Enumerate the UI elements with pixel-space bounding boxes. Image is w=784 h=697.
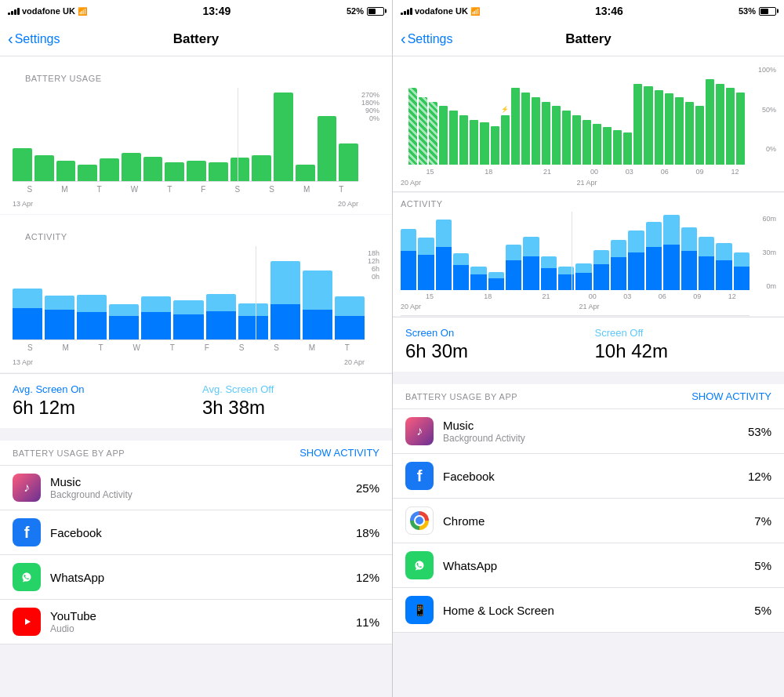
bar xyxy=(143,157,163,181)
right-status-left: vodafone UK 📶 xyxy=(401,6,480,16)
left-wifi-icon: 📶 xyxy=(78,7,87,16)
act-bar xyxy=(716,212,731,290)
left-activity-bars xyxy=(13,246,365,339)
youtube-icon xyxy=(13,608,41,636)
act-bar xyxy=(141,296,171,339)
left-show-activity-button[interactable]: SHOW ACTIVITY xyxy=(299,447,379,459)
bar xyxy=(230,158,250,181)
app-name: WhatsApp xyxy=(50,571,347,584)
left-battery-usage-label: BATTERY USAGE xyxy=(13,64,379,88)
list-item: ♪ Music Background Activity 25% xyxy=(0,466,392,510)
right-stats-row: Screen On 6h 30m Screen Off 10h 42m xyxy=(393,317,784,372)
home-lock-icon: 📱 xyxy=(405,596,434,624)
app-pct: 7% xyxy=(754,514,771,528)
right-back-label[interactable]: Settings xyxy=(408,32,453,46)
app-pct: 25% xyxy=(356,481,379,495)
whatsapp-icon xyxy=(405,551,434,579)
right-back-button[interactable]: ‹ Settings xyxy=(401,30,452,48)
right-battery-bars xyxy=(408,74,745,165)
bar xyxy=(78,165,97,181)
signal-bar-1 xyxy=(8,13,10,15)
left-screen-on-stat: Avg. Screen On 6h 12m xyxy=(13,383,190,419)
right-show-activity-button[interactable]: SHOW ACTIVITY xyxy=(691,390,771,402)
right-screen-off-label: Screen Off xyxy=(595,327,772,339)
left-act-x-labels: S M T W T F S S M T xyxy=(13,340,365,358)
app-pct: 5% xyxy=(754,559,771,572)
list-item: ♪ Music Background Activity 53% xyxy=(393,409,784,454)
app-name: Music xyxy=(50,475,347,488)
app-info: WhatsApp xyxy=(50,571,347,584)
left-page-title: Battery xyxy=(173,31,220,47)
act-bar xyxy=(488,212,504,290)
left-screen-off-value: 3h 38m xyxy=(202,397,379,419)
left-screen-off-label: Avg. Screen Off xyxy=(202,383,379,395)
left-screen-off-stat: Avg. Screen Off 3h 38m xyxy=(202,383,379,419)
act-bar xyxy=(45,296,74,339)
right-chevron-icon: ‹ xyxy=(401,30,406,48)
right-status-bar: vodafone UK 📶 13:46 53% xyxy=(393,0,784,22)
signal-bar-4 xyxy=(410,8,412,15)
right-signal xyxy=(401,8,412,15)
act-bar xyxy=(593,212,609,290)
act-bar xyxy=(453,212,469,290)
chart-divider-2 xyxy=(256,246,256,339)
app-pct: 12% xyxy=(356,571,379,584)
act-bar xyxy=(699,212,714,290)
left-battery-icon xyxy=(367,7,384,16)
left-battery-fill xyxy=(368,9,376,14)
act-bar xyxy=(663,212,679,290)
act-bar xyxy=(109,304,139,339)
bar xyxy=(122,153,141,181)
bar xyxy=(34,155,54,181)
list-item: Chrome 7% xyxy=(393,499,784,543)
bar xyxy=(252,155,271,181)
bar xyxy=(339,143,358,181)
app-info: YouTube Audio xyxy=(50,609,347,634)
right-act-x-labels: 15 18 21 00 03 06 09 12 xyxy=(401,290,750,303)
list-item: 📱 Home & Lock Screen 5% xyxy=(393,588,784,633)
right-content: 100% 50% 0% 15 18 21 00 03 06 09 12 xyxy=(393,56,784,697)
right-screen-off-stat: Screen Off 10h 42m xyxy=(595,327,772,362)
signal-bar-3 xyxy=(407,9,409,15)
bar xyxy=(56,161,76,181)
left-stats-row: Avg. Screen On 6h 12m Avg. Screen Off 3h… xyxy=(0,373,392,428)
left-back-button[interactable]: ‹ Settings xyxy=(8,30,60,48)
act-bar xyxy=(401,212,416,290)
act-bar xyxy=(173,300,203,339)
bar xyxy=(187,161,206,181)
act-bar xyxy=(541,212,557,290)
list-item: f Facebook 18% xyxy=(0,510,392,555)
left-battery-bars xyxy=(13,88,358,181)
right-battery-x-labels: 15 18 21 00 03 06 09 12 xyxy=(393,165,784,179)
right-battery-icon xyxy=(759,7,776,16)
right-act-y-labels: 60m 30m 0m xyxy=(753,212,776,290)
app-name: Facebook xyxy=(443,470,739,483)
act-bar xyxy=(506,212,521,290)
right-activity-container: ACTIVITY xyxy=(393,193,784,316)
chrome-icon xyxy=(405,506,434,535)
bar xyxy=(100,158,119,181)
app-sub: Background Activity xyxy=(443,433,739,444)
left-back-label[interactable]: Settings xyxy=(15,32,60,46)
left-app-list: ♪ Music Background Activity 25% f Facebo… xyxy=(0,466,392,644)
left-content: BATTERY USAGE xyxy=(0,56,392,697)
app-name: YouTube xyxy=(50,609,347,623)
act-bar xyxy=(436,212,452,290)
list-item: WhatsApp 12% xyxy=(0,555,392,600)
bar xyxy=(13,148,32,181)
right-battery-date-labels: 20 Apr 21 Apr xyxy=(393,179,784,192)
left-battery-y-labels: 270% 180% 90% 0% xyxy=(358,88,379,124)
app-pct: 5% xyxy=(754,604,771,617)
right-screen-on-label: Screen On xyxy=(405,327,583,339)
facebook-icon: f xyxy=(405,462,434,490)
left-screen-on-value: 6h 12m xyxy=(13,397,190,419)
act-divider xyxy=(572,212,572,290)
right-wifi-icon: 📶 xyxy=(470,7,480,16)
right-activity-bars xyxy=(401,212,750,290)
music-icon: ♪ xyxy=(405,417,434,445)
act-bar xyxy=(734,212,750,290)
left-activity-container: ACTIVITY xyxy=(0,215,392,372)
whatsapp-icon xyxy=(13,563,41,591)
left-status-right: 52% xyxy=(347,6,384,16)
right-nav-bar: ‹ Settings Battery xyxy=(393,22,784,56)
